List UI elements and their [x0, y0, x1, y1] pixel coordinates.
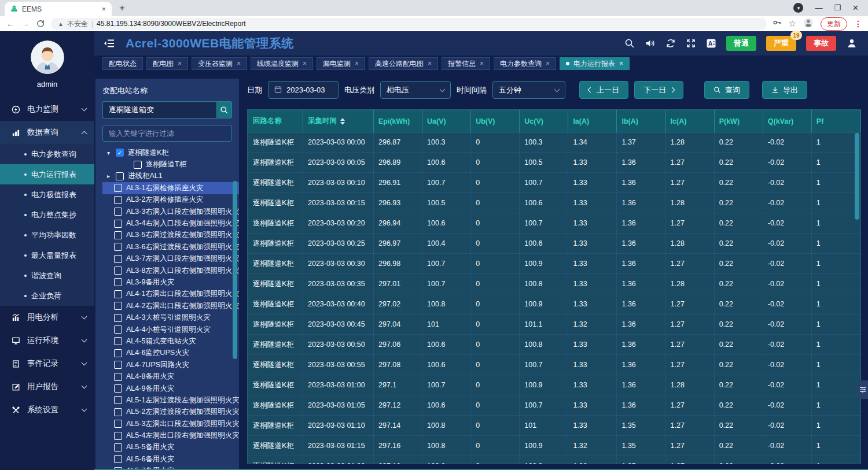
tree-checkbox[interactable] — [114, 290, 122, 298]
tree-checkbox[interactable] — [114, 432, 122, 440]
column-settings-handle[interactable] — [858, 380, 868, 399]
table-row[interactable]: 逐桐隧道K柜2023-03-03 00:30296.98100.70100.91… — [248, 254, 860, 274]
tree-checkbox[interactable] — [114, 384, 122, 393]
volume-icon[interactable] — [645, 38, 656, 49]
page-tab-电力参数查询[interactable]: 电力参数查询× — [494, 57, 556, 70]
tree-checkbox[interactable] — [114, 184, 122, 192]
query-button[interactable]: 查询 — [704, 81, 749, 99]
table-row[interactable]: 逐桐隧道K柜2023-03-03 01:15297.16100.80100.91… — [248, 436, 860, 456]
bookmark-star-icon[interactable]: ☆ — [789, 18, 796, 29]
sidebar-subitem-最大需量报表[interactable]: 最大需量报表 — [0, 245, 94, 265]
tree-item[interactable]: ▸进线柜AL1 — [102, 171, 239, 182]
table-row[interactable]: 逐桐隧道K柜2023-03-03 01:20297.18100.80100.91… — [248, 456, 860, 465]
tab-close-icon[interactable]: × — [546, 60, 550, 68]
tree-checkbox[interactable] — [114, 349, 122, 357]
sidebar-subitem-谐波查询[interactable]: 谐波查询 — [0, 265, 94, 286]
tree-item[interactable]: AL4-5箱式变电站火灾 — [102, 335, 239, 347]
tree-checkbox[interactable] — [114, 337, 122, 345]
station-search-input[interactable] — [102, 101, 216, 119]
expand-down-icon[interactable]: ▾ — [105, 150, 112, 156]
sidebar-item-usage-analysis[interactable]: 用电分析 — [0, 306, 94, 329]
table-row[interactable]: 逐桐隧道K柜2023-03-03 00:15296.93100.50100.61… — [248, 193, 860, 213]
page-tab-线缆温度监测[interactable]: 线缆温度监测× — [251, 57, 313, 70]
expand-right-icon[interactable]: ▸ — [105, 173, 112, 179]
page-tab-高速公路配电图[interactable]: 高速公路配电图× — [369, 57, 438, 70]
tree-checkbox[interactable] — [114, 467, 122, 469]
table-row[interactable]: 逐桐隧道K柜2023-03-03 00:05296.89100.60100.51… — [248, 153, 860, 173]
tree-checkbox[interactable] — [114, 220, 122, 228]
table-row[interactable]: 逐桐隧道K柜2023-03-03 00:40297.02100.80100.91… — [248, 294, 860, 314]
sidebar-subitem-企业负荷[interactable]: 企业负荷 — [0, 286, 94, 306]
voltage-type-select[interactable]: 相电压 — [380, 81, 451, 99]
tab-close-icon[interactable]: × — [303, 60, 307, 68]
tab-close-icon[interactable]: × — [237, 60, 241, 68]
table-row[interactable]: 逐桐隧道K柜2023-03-03 01:05297.12100.60100.71… — [248, 395, 860, 416]
tree-item[interactable]: AL4-7UPS回路火灾 — [102, 359, 239, 371]
table-row[interactable]: 逐桐隧道K柜2023-03-03 01:10297.14100.801011.3… — [248, 416, 860, 436]
window-close-button[interactable]: ✕ — [852, 3, 859, 12]
column-header[interactable]: 采集时间 — [303, 110, 374, 132]
table-row[interactable]: 逐桐隧道K柜2023-03-03 00:00296.87100.30100.31… — [248, 132, 860, 153]
sidebar-item-system-settings[interactable]: 系统设置 — [0, 398, 94, 421]
tree-checkbox[interactable] — [134, 161, 142, 169]
page-tab-变压器监测[interactable]: 变压器监测× — [192, 57, 247, 70]
tree-item[interactable]: AL3-5右洞过渡段左侧加强照明火灾 — [102, 230, 239, 241]
sidebar-item-data-query[interactable]: 数据查询 — [0, 121, 94, 144]
translate-icon[interactable]: A — [706, 38, 716, 49]
new-tab-button[interactable]: + — [115, 1, 129, 15]
user-icon[interactable] — [846, 38, 858, 49]
tree-checkbox[interactable] — [114, 325, 122, 334]
tree-checkbox[interactable] — [114, 302, 122, 310]
address-bar[interactable]: ▲ 不安全 | 45.81.195.134:8090/3000WEBV2/Ele… — [51, 18, 767, 30]
back-icon[interactable]: ← — [6, 19, 15, 28]
table-row[interactable]: 逐桐隧道K柜2023-03-03 00:10296.91100.70100.71… — [248, 173, 860, 193]
tree-item[interactable]: AL5-4左洞出口段右侧加强照明火灾 — [102, 430, 239, 441]
tree-item[interactable]: AL4-6监控UPS火灾 — [102, 347, 239, 359]
tree-checkbox[interactable] — [114, 231, 122, 239]
tree-item[interactable]: AL5-7备用火灾 — [102, 465, 239, 469]
tree-checkbox[interactable] — [114, 196, 122, 204]
tree-checkbox[interactable] — [114, 267, 122, 275]
sidebar-item-event-log[interactable]: 事件记录 — [0, 352, 94, 375]
page-tab-电力运行报表[interactable]: 电力运行报表× — [560, 57, 630, 70]
sidebar-item-power-monitor[interactable]: 电力监测 — [0, 98, 94, 121]
reload-icon[interactable] — [36, 19, 45, 29]
user-avatar[interactable] — [31, 40, 64, 74]
sidebar-item-environment[interactable]: 运行环境 — [0, 329, 94, 352]
tree-item[interactable]: ▾✓逐桐隧道K柜 — [102, 147, 239, 158]
tree-checkbox[interactable] — [114, 243, 122, 251]
page-tab-报警信息[interactable]: 报警信息× — [442, 57, 490, 70]
tree-checkbox[interactable] — [114, 455, 122, 463]
tree-checkbox[interactable] — [114, 443, 122, 452]
tab-close-icon[interactable]: × — [619, 60, 623, 68]
interval-select[interactable]: 五分钟 — [492, 81, 565, 99]
minimize-button[interactable]: — — [815, 3, 822, 12]
tree-item[interactable]: AL3-3右洞入口段左侧加强照明火灾 — [102, 206, 239, 217]
search-icon[interactable] — [624, 38, 635, 49]
refresh-icon[interactable] — [665, 38, 676, 49]
tree-item[interactable]: AL4-9备用火灾 — [102, 383, 239, 394]
chrome-update-button[interactable]: 更新 — [821, 17, 847, 31]
tree-item[interactable]: AL3-7左洞入口段左侧加强照明火灾 — [102, 253, 239, 265]
tree-item[interactable]: AL5-3左洞出口段左侧加强照明火灾 — [102, 418, 239, 430]
restore-button[interactable]: ❐ — [834, 3, 841, 12]
tree-item[interactable]: AL4-8备用火灾 — [102, 371, 239, 382]
forward-icon[interactable]: → — [21, 19, 30, 28]
tree-item[interactable]: AL5-5备用火灾 — [102, 442, 239, 453]
table-row[interactable]: 逐桐隧道K柜2023-03-03 00:25296.97100.40100.61… — [248, 234, 860, 254]
alarm-accident-button[interactable]: 事故 — [806, 36, 836, 51]
fullscreen-icon[interactable] — [686, 38, 696, 49]
tree-checkbox[interactable] — [114, 314, 122, 322]
tab-close-icon[interactable]: × — [355, 60, 359, 68]
page-tab-配电图[interactable]: 配电图× — [146, 57, 188, 70]
sidebar-item-user-report[interactable]: 用户报告 — [0, 375, 94, 398]
tree-item[interactable]: AL4-3大桩号引道照明火灾 — [102, 312, 239, 323]
browser-tab[interactable]: EEMS × — [5, 2, 112, 16]
tree-checkbox[interactable] — [114, 420, 122, 428]
tree-item[interactable]: AL5-2左洞过渡段右侧加强照明火灾 — [102, 406, 239, 418]
tree-checkbox[interactable] — [114, 278, 122, 286]
next-day-button[interactable]: 下一日 — [634, 81, 683, 99]
tree-item[interactable]: AL4-1右洞出口段左侧加强照明火灾 — [102, 288, 239, 300]
tree-item[interactable]: AL5-1左洞过渡段左侧加强照明火灾 — [102, 394, 239, 406]
table-row[interactable]: 逐桐隧道K柜2023-03-03 00:45297.041010101.11.3… — [248, 314, 860, 335]
